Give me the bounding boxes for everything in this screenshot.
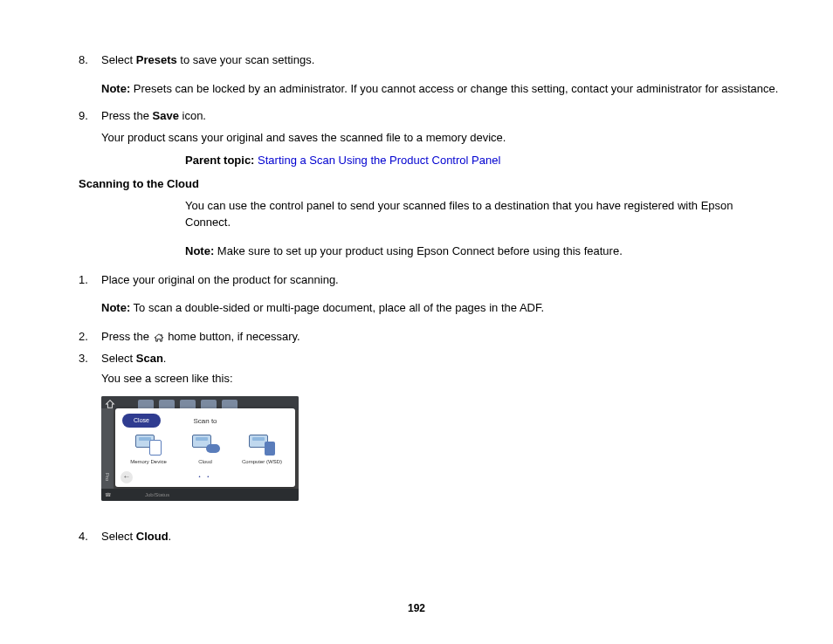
step-9-text: Press the Save icon. (101, 109, 206, 122)
pagination-dots-icon: • • (115, 473, 295, 481)
cloud-step-3-result: You see a screen like this: (101, 371, 781, 387)
ss-left-strip: Pro (101, 408, 114, 489)
section-intro: You can use the control panel to send yo… (185, 198, 781, 231)
note-label: Note: (101, 82, 130, 95)
text-bold: Presets (136, 53, 177, 66)
ss-option-computer-wsd: Computer (WSD) (238, 435, 286, 466)
label: Memory Device (125, 458, 172, 466)
step-8: Select Presets to save your scan setting… (79, 52, 781, 98)
parent-topic-label: Parent topic: (185, 154, 258, 167)
step-8-note: Note: Presets can be locked by an admini… (101, 81, 781, 98)
page-number: 192 (0, 601, 833, 616)
label: Cloud (182, 458, 229, 466)
note-body: Make sure to set up your product using E… (214, 244, 623, 257)
section-heading-scanning-to-cloud: Scanning to the Cloud (79, 176, 781, 193)
ss-tab-icon (201, 400, 217, 408)
section-note: Note: Make sure to set up your product u… (185, 243, 781, 260)
text: Press the (101, 109, 153, 122)
ss-icon-row: Memory Device Cloud Computer (WSD) (115, 435, 295, 466)
parent-topic: Parent topic: Starting a Scan Using the … (185, 153, 781, 169)
text: Select (101, 530, 136, 543)
text: to save your scan settings. (177, 53, 315, 66)
text-bold: Scan (136, 352, 163, 365)
text: Select (101, 53, 136, 66)
text-bold: Cloud (136, 530, 169, 543)
note-label: Note: (185, 244, 214, 257)
home-icon (154, 333, 164, 342)
text: Place your original on the product for s… (101, 273, 339, 286)
text: Select (101, 352, 136, 365)
step-9-result: Your product scans your original and sav… (101, 130, 781, 147)
ss-title: Scan to (115, 416, 295, 427)
step-8-text: Select Presets to save your scan setting… (101, 53, 314, 66)
note-label: Note: (101, 301, 130, 314)
text: home button, if necessary. (165, 330, 300, 343)
text: Pro (104, 473, 112, 481)
note-body: To scan a double-sided or multi-page doc… (130, 301, 544, 314)
cloud-step-4: Select Cloud. (79, 529, 781, 545)
step-9: Press the Save icon. Your product scans … (79, 108, 781, 147)
cloud-step-1: Place your original on the product for s… (79, 272, 781, 318)
ss-option-cloud: Cloud (182, 435, 229, 466)
ss-bottombar: ☎ Job/Status (101, 489, 299, 501)
parent-topic-link[interactable]: Starting a Scan Using the Product Contro… (258, 154, 500, 167)
embedded-screenshot: Pro Close Scan to Memory Device Cloud (101, 396, 299, 501)
cloud-step-2: Press the home button, if necessary. (79, 329, 781, 346)
ss-tab-icon (159, 400, 175, 408)
ss-panel: Close Scan to Memory Device Cloud (115, 408, 295, 487)
ss-tab-icon (180, 400, 196, 408)
note-body: Presets can be locked by an administrato… (130, 82, 778, 95)
text: . (169, 530, 172, 543)
document-page: Select Presets to save your scan setting… (0, 0, 833, 644)
ss-tab-icon (138, 400, 154, 408)
text: icon. (179, 109, 206, 122)
cloud-step-3: Select Scan. You see a screen like this:… (79, 351, 781, 501)
label: Computer (WSD) (238, 458, 286, 466)
job-status: Job/Status (145, 491, 169, 499)
text: . (163, 352, 167, 365)
phone-icon: ☎ (105, 491, 111, 499)
text: Press the (101, 330, 153, 343)
cloud-step-1-note: Note: To scan a double-sided or multi-pa… (101, 300, 781, 317)
ss-tab-icon (222, 400, 238, 408)
ss-option-memory-device: Memory Device (125, 435, 172, 466)
text-bold: Save (153, 109, 179, 122)
